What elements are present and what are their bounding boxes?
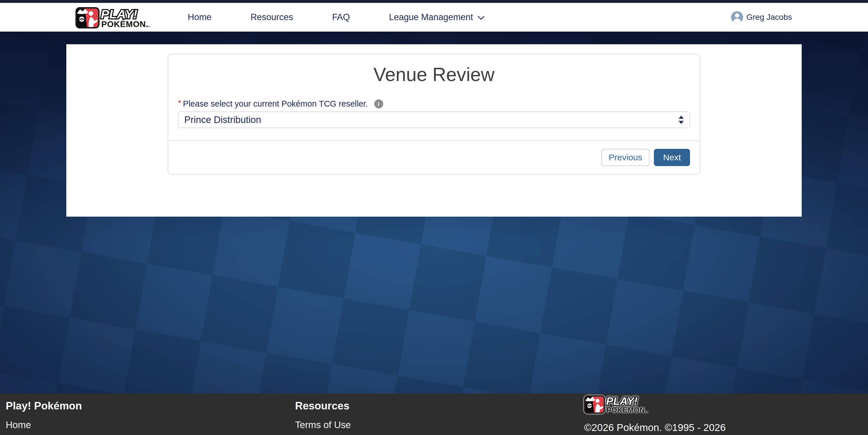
- reseller-field-label: Please select your current Pokémon TCG r…: [183, 99, 368, 109]
- footer-heading-resources: Resources: [295, 400, 355, 412]
- copyright-text: ©2026 Pokémon. ©1995 - 2026: [584, 422, 725, 433]
- footer-column-play-pokemon: Play! Pokémon Home My Settings: [6, 394, 82, 435]
- reseller-select[interactable]: Prince Distribution: [178, 112, 690, 128]
- footer-column-resources: Resources Terms of Use Privacy Notice: [295, 394, 355, 435]
- previous-button[interactable]: Previous: [601, 149, 650, 166]
- venue-review-card: Venue Review * Please select your curren…: [167, 54, 701, 175]
- nav-item-league-management[interactable]: League Management: [389, 12, 485, 22]
- nav-item-faq-label: FAQ: [332, 12, 350, 22]
- avatar: [731, 11, 743, 23]
- content-panel: Venue Review * Please select your curren…: [66, 44, 802, 216]
- footer-link-privacy-notice[interactable]: Privacy Notice: [295, 433, 355, 435]
- footer-logo-tm-mark: ™: [646, 411, 649, 414]
- card-actions: Previous Next: [168, 141, 700, 166]
- footer-heading-play-pokemon: Play! Pokémon: [6, 400, 82, 412]
- chevron-down-icon: [477, 12, 485, 22]
- nav-item-faq[interactable]: FAQ: [332, 12, 350, 22]
- nav-item-league-management-label: League Management: [389, 12, 473, 22]
- spinner-down-arrow-icon: [679, 121, 684, 124]
- nav-item-resources[interactable]: Resources: [251, 12, 293, 22]
- footer-link-terms-of-use[interactable]: Terms of Use: [295, 419, 355, 431]
- nav-item-home-label: Home: [188, 12, 212, 22]
- nav-item-resources-label: Resources: [251, 12, 293, 22]
- play-pokemon-logo-graphic: PLAY! POKÉMON. ™: [75, 7, 153, 28]
- reseller-field-label-row: * Please select your current Pokémon TCG…: [178, 99, 690, 109]
- logo-play-text: PLAY!: [101, 7, 137, 21]
- logo-tm-mark: ™: [148, 26, 150, 28]
- play-pokemon-logo[interactable]: PLAY! POKÉMON. ™: [75, 7, 153, 28]
- person-icon: [731, 11, 743, 23]
- primary-nav: Home Resources FAQ League Management: [188, 3, 485, 32]
- footer-logo-pokemon-text: POKÉMON.: [607, 406, 647, 414]
- footer-logo-play-text: PLAY!: [606, 395, 638, 407]
- nav-item-home[interactable]: Home: [188, 12, 212, 22]
- reseller-select-value: Prince Distribution: [184, 114, 261, 125]
- top-strip: [0, 0, 868, 3]
- spinner-up-arrow-icon: [679, 116, 684, 119]
- navbar: PLAY! POKÉMON. ™ Home Resources FAQ Leag…: [0, 3, 868, 32]
- footer-link-home[interactable]: Home: [6, 419, 82, 431]
- footer: Play! Pokémon Home My Settings Resources…: [0, 394, 868, 435]
- info-icon[interactable]: i: [374, 99, 383, 108]
- required-marker: *: [178, 98, 181, 108]
- footer-play-pokemon-logo: PLAY! POKÉMON. ™: [584, 395, 725, 414]
- user-name: Greg Jacobs: [746, 12, 792, 22]
- select-spinner-icon: [679, 116, 684, 124]
- logo-pokemon-text: POKÉMON.: [101, 19, 148, 28]
- user-menu[interactable]: Greg Jacobs: [731, 3, 792, 32]
- footer-link-my-settings[interactable]: My Settings: [6, 433, 82, 435]
- footer-play-pokemon-logo-graphic: PLAY! POKÉMON. ™: [584, 395, 651, 414]
- next-button[interactable]: Next: [654, 149, 690, 166]
- footer-column-brand: PLAY! POKÉMON. ™ ©2026 Pokémon. ©1995 - …: [584, 394, 725, 433]
- info-icon-glyph: i: [378, 100, 379, 108]
- page-title: Venue Review: [168, 63, 700, 86]
